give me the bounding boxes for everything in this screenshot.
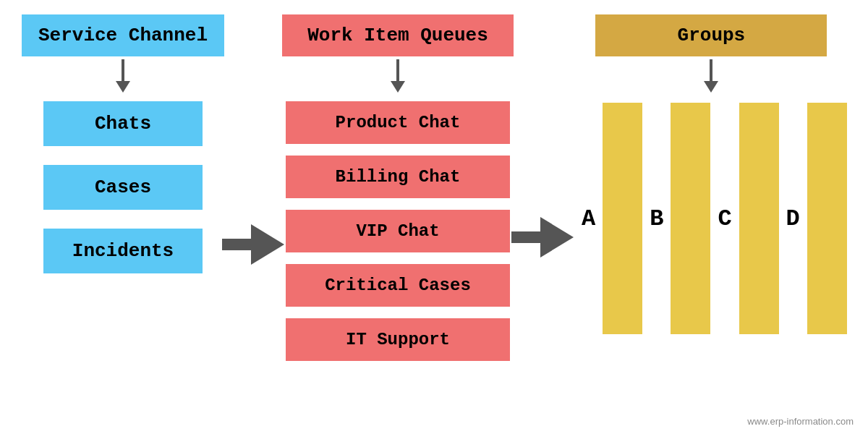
vip-chat-box: VIP Chat xyxy=(286,210,510,252)
arrow-head xyxy=(540,217,574,258)
group-bar-b xyxy=(671,103,710,334)
it-support-box: IT Support xyxy=(286,318,510,361)
billing-chat-box: Billing Chat xyxy=(286,156,510,198)
arrow-line xyxy=(710,59,712,81)
service-channel-arrow-down xyxy=(116,59,130,93)
arrow-line xyxy=(122,59,124,81)
group-c-label: C xyxy=(718,205,731,232)
work-item-queues-arrow-down xyxy=(391,59,405,93)
incidents-box: Incidents xyxy=(43,229,203,273)
service-channel-column: Service Channel Chats Cases Incidents xyxy=(22,14,224,279)
group-bar-d xyxy=(807,103,847,334)
group-bar-a xyxy=(603,103,642,334)
watermark: www.erp-information.com xyxy=(747,416,854,427)
arrow-head xyxy=(391,81,405,93)
chats-box: Chats xyxy=(43,101,203,146)
work-item-queues-column: Work Item Queues Product Chat Billing Ch… xyxy=(282,14,514,367)
service-channel-header: Service Channel xyxy=(22,14,224,56)
group-bar-c xyxy=(739,103,779,334)
col3-col5-connector xyxy=(514,217,571,258)
arrow-head xyxy=(116,81,130,93)
right-arrow-2 xyxy=(511,217,574,258)
arrow-head xyxy=(704,81,718,93)
groups-arrow-down xyxy=(704,59,718,93)
arrow-line xyxy=(396,59,399,81)
group-a-label: A xyxy=(582,205,595,232)
groups-column: Groups A B C D xyxy=(571,14,851,334)
group-b-label: B xyxy=(650,205,663,232)
right-arrow-1 xyxy=(222,224,284,265)
critical-cases-box: Critical Cases xyxy=(286,264,510,307)
cases-box: Cases xyxy=(43,165,203,210)
product-chat-box: Product Chat xyxy=(286,101,510,144)
arrow-body xyxy=(511,231,540,243)
arrow-body xyxy=(222,239,251,250)
groups-header: Groups xyxy=(595,14,827,56)
work-item-queues-header: Work Item Queues xyxy=(282,14,514,56)
group-d-label: D xyxy=(786,205,800,232)
diagram: Service Channel Chats Cases Incidents Wo… xyxy=(0,0,868,434)
arrow-head xyxy=(251,224,284,265)
col1-col3-connector xyxy=(224,224,282,265)
